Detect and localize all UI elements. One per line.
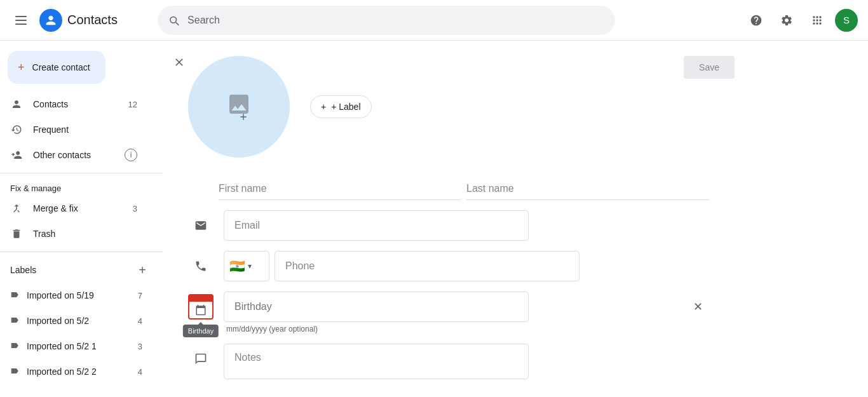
fix-manage-header: Fix & manage xyxy=(0,178,163,196)
contacts-logo-icon xyxy=(44,13,58,27)
contacts-nav-count: 12 xyxy=(128,100,137,109)
last-name-input[interactable] xyxy=(466,178,709,200)
phone-row-icon xyxy=(188,251,214,281)
profile-section: + + Label xyxy=(188,41,709,178)
labels-header-text: Labels xyxy=(10,265,132,275)
avatar-upload-area[interactable] xyxy=(188,56,290,158)
email-input[interactable] xyxy=(224,210,529,241)
first-name-field xyxy=(219,178,461,200)
search-input[interactable] xyxy=(187,15,605,26)
birthday-clear-button[interactable]: ✕ xyxy=(686,292,709,322)
label-item-imported-521[interactable]: Imported on 5/2 1 3 xyxy=(0,333,153,359)
close-icon xyxy=(173,56,186,69)
add-photo-badge xyxy=(238,112,248,122)
other-contacts-nav-label: Other contacts xyxy=(33,150,114,160)
form-panel: Save + + Label xyxy=(163,41,735,397)
label-count-imported-52: 4 xyxy=(138,316,142,326)
birthday-row: Birthday mm/dd/yyyy (year optional) ✕ xyxy=(188,292,709,333)
email-row-content xyxy=(224,210,709,241)
create-contact-label: Create contact xyxy=(32,62,90,72)
country-selector[interactable]: 🇮🇳 ▾ xyxy=(224,251,269,281)
frequent-nav-label: Frequent xyxy=(33,124,137,135)
help-button[interactable] xyxy=(743,8,769,33)
topbar-right: S xyxy=(743,8,858,33)
contacts-nav-label: Contacts xyxy=(33,99,118,109)
user-avatar[interactable]: S xyxy=(835,9,858,32)
save-button[interactable]: Save xyxy=(684,56,735,79)
person-icon xyxy=(10,98,23,110)
settings-button[interactable] xyxy=(774,8,799,33)
label-name-imported-52: Imported on 5/2 xyxy=(27,316,130,326)
sidebar-item-contacts[interactable]: Contacts 12 xyxy=(0,91,153,117)
merge-icon xyxy=(10,203,23,214)
upload-photo-icon xyxy=(226,91,252,122)
trash-nav-label: Trash xyxy=(33,229,137,239)
country-chevron-icon: ▾ xyxy=(248,262,252,271)
label-item-imported-519[interactable]: Imported on 5/19 7 xyxy=(0,283,153,308)
birthday-icon-wrapper: Birthday xyxy=(188,294,214,320)
sidebar-item-trash[interactable]: Trash xyxy=(0,221,153,246)
notes-row-content xyxy=(224,344,709,381)
history-icon xyxy=(10,124,23,135)
sidebar-item-other-contacts[interactable]: Other contacts i xyxy=(0,142,153,168)
last-name-field xyxy=(466,178,709,200)
email-icon xyxy=(194,219,207,232)
search-icon xyxy=(168,14,180,27)
close-button[interactable] xyxy=(168,51,191,74)
label-name-imported-522: Imported on 5/2 2 xyxy=(27,367,130,377)
sidebar-item-merge[interactable]: Merge & fix 3 xyxy=(0,196,153,221)
label-count-imported-519: 7 xyxy=(138,291,142,300)
show-more-button[interactable]: Show more xyxy=(188,391,269,397)
create-plus-icon: + xyxy=(18,61,25,74)
app-logo: Contacts xyxy=(39,9,118,32)
other-contacts-info-icon[interactable]: i xyxy=(125,149,137,161)
label-plus-icon: + xyxy=(321,102,326,112)
merge-nav-label: Merge & fix xyxy=(33,203,123,213)
notes-row xyxy=(188,344,709,381)
country-flag: 🇮🇳 xyxy=(229,259,245,274)
add-label-button-form[interactable]: + + Label xyxy=(310,95,372,118)
topbar: Contacts S xyxy=(0,0,868,41)
add-label-button[interactable]: + xyxy=(132,260,153,280)
phone-row-content: 🇮🇳 ▾ xyxy=(224,251,709,281)
label-name-imported-519: Imported on 5/19 xyxy=(27,290,130,300)
label-icon-2 xyxy=(10,316,19,326)
notes-icon xyxy=(194,353,207,365)
app-logo-avatar xyxy=(39,9,62,32)
label-item-imported-522[interactable]: Imported on 5/2 2 4 xyxy=(0,359,153,384)
other-contacts-icon xyxy=(10,149,23,161)
phone-input[interactable] xyxy=(275,251,580,281)
email-row-icon xyxy=(188,210,214,241)
label-icon-3 xyxy=(10,341,19,352)
sidebar: + Create contact Contacts 12 Frequent Ot… xyxy=(0,41,163,397)
label-count-imported-522: 4 xyxy=(138,367,142,377)
sidebar-item-frequent[interactable]: Frequent xyxy=(0,117,153,142)
create-contact-button[interactable]: + Create contact xyxy=(8,51,105,84)
notes-textarea[interactable] xyxy=(224,344,529,379)
notes-row-icon xyxy=(188,344,214,374)
apps-button[interactable] xyxy=(804,8,830,33)
labels-section-header: Labels + xyxy=(0,257,163,283)
label-btn-text: + Label xyxy=(331,102,360,112)
topbar-left: Contacts xyxy=(10,9,150,32)
divider-1 xyxy=(0,173,163,173)
help-icon xyxy=(750,14,763,27)
search-bar[interactable] xyxy=(158,6,615,35)
apps-icon xyxy=(811,14,824,27)
label-icon-4 xyxy=(10,367,19,377)
label-count-imported-521: 3 xyxy=(138,342,142,351)
birthday-tooltip: Birthday xyxy=(183,325,219,337)
menu-icon[interactable] xyxy=(10,11,32,30)
first-name-input[interactable] xyxy=(219,178,461,200)
birthday-icon-button[interactable] xyxy=(188,294,214,320)
settings-icon xyxy=(780,14,793,27)
label-name-imported-521: Imported on 5/2 1 xyxy=(27,341,130,351)
birthday-input[interactable] xyxy=(224,292,529,322)
birthday-row-icon: Birthday xyxy=(188,292,214,322)
birthday-hint: mm/dd/yyyy (year optional) xyxy=(224,325,681,333)
merge-nav-count: 3 xyxy=(133,204,137,213)
content-area: Save + + Label xyxy=(163,41,868,397)
label-item-imported-52[interactable]: Imported on 5/2 4 xyxy=(0,308,153,333)
label-icon xyxy=(10,290,19,301)
phone-with-country: 🇮🇳 ▾ xyxy=(224,251,709,281)
